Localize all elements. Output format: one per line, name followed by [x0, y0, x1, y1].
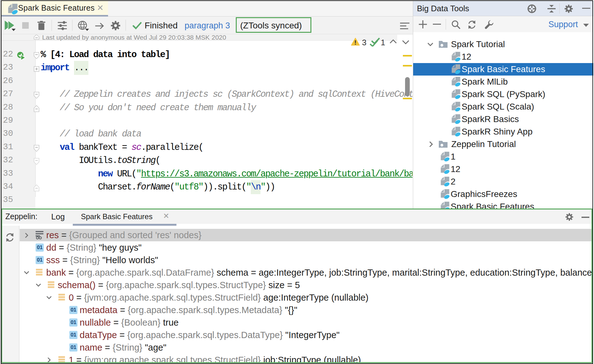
svg-text:1: 1: [381, 38, 385, 47]
svg-text:3: 3: [362, 38, 366, 47]
